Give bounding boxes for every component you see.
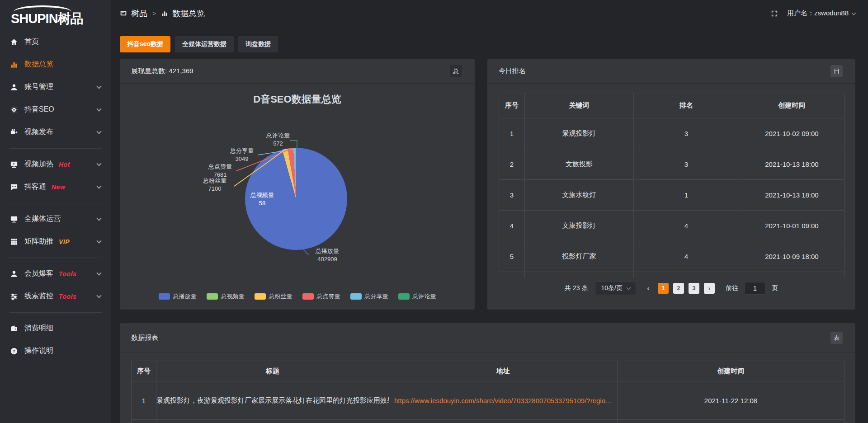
today-panel-title: 今日排名 bbox=[499, 67, 526, 75]
app-logo[interactable]: SHUPIN树品 bbox=[0, 0, 111, 26]
sidebar-item-member-baoke[interactable]: 会员爆客 Tools bbox=[0, 263, 111, 285]
sidebar-item-matrix-boost[interactable]: 矩阵助推 VIP bbox=[0, 230, 111, 253]
dashboard-root: SHUPIN树品 首页 数据总览 账号管理 抖音SEO bbox=[0, 0, 868, 423]
sidebar-item-douyin-seo[interactable]: 抖音SEO bbox=[0, 99, 111, 121]
question-icon: ? bbox=[10, 347, 18, 355]
logo-arc-decoration bbox=[14, 5, 71, 12]
legend-item[interactable]: 总视频量 bbox=[207, 292, 245, 301]
sidebar-item-video-heat[interactable]: 视频加热 Hot bbox=[0, 153, 111, 176]
member-icon bbox=[10, 270, 18, 278]
sidebar-item-label: 操作说明 bbox=[24, 346, 53, 356]
pie-label-comments: 总评论量572 bbox=[258, 132, 298, 148]
page-button-3[interactable]: 3 bbox=[689, 283, 699, 294]
chevron-down-icon bbox=[96, 84, 101, 89]
chevron-down-icon bbox=[96, 270, 101, 275]
monitor-icon bbox=[10, 215, 18, 223]
sidebar-item-label: 账号管理 bbox=[24, 82, 53, 92]
sidebar-item-doketong[interactable]: 抖客通 New bbox=[0, 176, 111, 198]
table-view-badge[interactable]: 表 bbox=[830, 332, 843, 344]
sidebar-item-clue-monitor[interactable]: 线索监控 Tools bbox=[0, 285, 111, 308]
video-camera-icon bbox=[10, 128, 18, 136]
chevron-down-icon bbox=[626, 285, 631, 290]
sidebar-item-label: 视频发布 bbox=[24, 127, 53, 137]
top-bar: 树品 > 数据总览 用户名：zswodun88 bbox=[111, 0, 868, 27]
sidebar-item-label: 视频加热 bbox=[24, 160, 53, 169]
sidebar-item-instructions[interactable]: ? 操作说明 bbox=[0, 340, 111, 362]
page-button-2[interactable]: 2 bbox=[673, 283, 684, 294]
legend-swatch bbox=[207, 293, 218, 300]
pie-leader-lines bbox=[120, 84, 475, 310]
tab-douyin-seo[interactable]: 抖音seo数据 bbox=[120, 36, 170, 52]
table-row[interactable]: 2文旅投影32021-10-13 18:00 bbox=[499, 149, 845, 180]
legend-item[interactable]: 总点赞量 bbox=[302, 292, 340, 301]
today-ranking-panel: 今日排名 日 序号 关键词 排名 创建时间 1景观投影灯32021-10-02 … bbox=[487, 59, 855, 310]
table-row[interactable]: 3文旅水纹灯12021-10-13 18:00 bbox=[499, 180, 845, 211]
legend-item[interactable]: 总评论量 bbox=[398, 292, 436, 301]
tab-inquiry[interactable]: 询盘数据 bbox=[238, 36, 278, 52]
sidebar-item-video-publish[interactable]: 视频发布 bbox=[0, 121, 111, 144]
pie-chart-area: D音SEO数据量总览 总评论量572 bbox=[120, 84, 475, 310]
impressions-total-value: 421,369 bbox=[169, 67, 193, 75]
breadcrumb-root[interactable]: 树品 bbox=[131, 8, 147, 19]
next-page-button[interactable]: › bbox=[704, 283, 715, 294]
pagination: 共 23 条 10条/页 ‹ 1 2 3 › 前往 页 bbox=[487, 282, 855, 295]
data-report-panel: 数据报表 表 序号 标题 地址 创建时间 1 景观投影灯，夜游景观投影灯厂家展示… bbox=[120, 323, 855, 423]
sidebar-item-data-overview[interactable]: 数据总览 bbox=[0, 53, 111, 76]
chevron-down-icon bbox=[96, 106, 101, 111]
sidebar-item-home[interactable]: 首页 bbox=[0, 31, 111, 53]
panels-row: 展现量总数: 421,369 总 D音SEO数据量总览 bbox=[120, 59, 855, 310]
today-panel-header: 今日排名 日 bbox=[487, 59, 855, 84]
legend-item[interactable]: 总粉丝量 bbox=[255, 292, 292, 301]
legend-swatch bbox=[302, 293, 314, 300]
chevron-down-icon bbox=[96, 293, 101, 298]
chart-legend: 总播放量 总视频量 总粉丝量 总点赞量 总分享量 总评论量 bbox=[120, 292, 475, 301]
table-row[interactable]: 4文旅投影灯42021-10-01 09:00 bbox=[499, 211, 845, 241]
sidebar-item-media-operation[interactable]: 全媒体运营 bbox=[0, 208, 111, 230]
tools-badge: Tools bbox=[59, 270, 76, 277]
sidebar-divider bbox=[9, 203, 102, 203]
table-row[interactable]: 5投影灯厂家42021-10-09 18:00 bbox=[499, 241, 845, 272]
pie-label-fans: 总粉丝量7100 bbox=[194, 177, 235, 193]
goto-page-input[interactable] bbox=[745, 282, 765, 295]
goto-suffix: 页 bbox=[772, 284, 778, 292]
sidebar-item-account[interactable]: 账号管理 bbox=[0, 76, 111, 99]
chevron-down-icon bbox=[96, 161, 101, 166]
page-size-select[interactable]: 10条/页 bbox=[595, 282, 636, 295]
breadcrumb: 树品 > 数据总览 bbox=[120, 8, 205, 19]
tools-badge: Tools bbox=[59, 293, 76, 300]
sidebar-item-label: 矩阵助推 bbox=[24, 237, 53, 246]
breadcrumb-current: 数据总览 bbox=[172, 8, 205, 19]
daily-view-badge[interactable]: 日 bbox=[830, 65, 843, 77]
pagination-total: 共 23 条 bbox=[565, 284, 588, 292]
sidebar-item-consumption[interactable]: 消费明细 bbox=[0, 317, 111, 340]
sidebar-item-label: 会员爆客 bbox=[24, 269, 53, 278]
legend-item[interactable]: 总播放量 bbox=[159, 292, 197, 301]
sidebar-item-label: 抖音SEO bbox=[24, 105, 54, 114]
hot-badge: Hot bbox=[59, 161, 70, 168]
home-icon bbox=[10, 38, 18, 46]
data-report-table: 序号 标题 地址 创建时间 1 景观投影灯，夜游景观投影灯厂家展示展示落花灯在花… bbox=[131, 361, 844, 423]
table-row-partial bbox=[499, 272, 845, 278]
table-row[interactable]: 1景观投影灯32021-10-02 09:00 bbox=[499, 118, 845, 149]
prev-page-button[interactable]: ‹ bbox=[643, 283, 653, 294]
total-view-badge[interactable]: 总 bbox=[450, 65, 462, 77]
sidebar-item-label: 全媒体运营 bbox=[24, 214, 61, 224]
user-icon bbox=[10, 83, 18, 91]
impressions-total-label: 展现量总数: 421,369 bbox=[131, 67, 193, 75]
new-badge: New bbox=[52, 183, 65, 191]
fullscreen-icon[interactable] bbox=[771, 10, 778, 17]
table-row[interactable]: 1 景观投影灯，夜游景观投影灯厂家展示展示落花灯在花园里的灯光投影应用效果 # … bbox=[132, 381, 844, 420]
tab-media-operation[interactable]: 全媒体运营数据 bbox=[175, 36, 234, 52]
video-link[interactable]: https://www.iesdouyin.com/share/video/70… bbox=[394, 397, 612, 404]
sliders-icon bbox=[10, 292, 18, 301]
report-panel-header: 数据报表 表 bbox=[120, 323, 855, 352]
legend-swatch bbox=[159, 293, 170, 300]
logo-text: SHUPIN树品 bbox=[11, 12, 111, 26]
table-header-row: 序号 关键词 排名 创建时间 bbox=[499, 93, 845, 118]
legend-item[interactable]: 总分享量 bbox=[350, 292, 388, 301]
sidebar-item-label: 消费明细 bbox=[24, 324, 53, 333]
page-button-1[interactable]: 1 bbox=[658, 283, 669, 294]
user-menu[interactable]: 用户名：zswodun88 bbox=[787, 9, 855, 18]
chart-panel-header: 展现量总数: 421,369 总 bbox=[120, 59, 475, 84]
chevron-down-icon bbox=[96, 129, 101, 134]
